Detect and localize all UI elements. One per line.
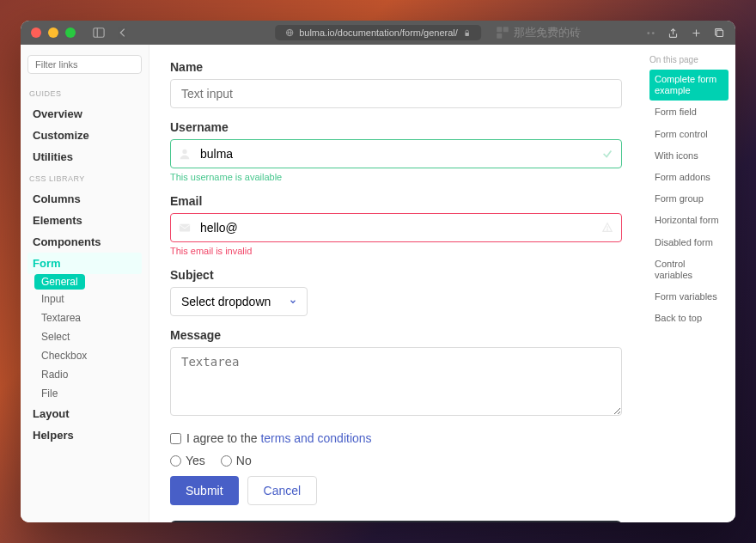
globe-icon bbox=[285, 28, 294, 37]
code-snippet: HTML 那些免费的砖 <div class="field"> <label c… bbox=[170, 521, 622, 522]
new-tab-icon[interactable] bbox=[691, 27, 702, 39]
url-text: bulma.io/documentation/form/general/ bbox=[299, 27, 458, 38]
username-input[interactable] bbox=[170, 139, 622, 168]
agree-label: I agree to the terms and conditions bbox=[186, 431, 372, 445]
reader-icon[interactable] bbox=[646, 28, 655, 38]
email-label: Email bbox=[170, 194, 622, 208]
svg-rect-15 bbox=[180, 224, 190, 232]
sidebar-item-elements[interactable]: Elements bbox=[27, 210, 142, 231]
lock-icon bbox=[463, 29, 471, 37]
sidebar-item-layout[interactable]: Layout bbox=[27, 403, 142, 424]
check-icon bbox=[601, 148, 613, 160]
svg-point-10 bbox=[652, 32, 655, 34]
email-input[interactable] bbox=[170, 213, 622, 242]
sidebar-sub-radio[interactable]: Radio bbox=[27, 365, 142, 384]
username-help: This username is available bbox=[170, 172, 622, 182]
svg-rect-8 bbox=[497, 34, 502, 39]
url-bar[interactable]: bulma.io/documentation/form/general/ bbox=[275, 25, 481, 40]
table-of-contents: On this page Complete form example Form … bbox=[643, 45, 735, 522]
toc-item-form-field[interactable]: Form field bbox=[649, 102, 729, 122]
svg-rect-6 bbox=[497, 27, 502, 32]
submit-button[interactable]: Submit bbox=[170, 476, 239, 505]
minimize-window-button[interactable] bbox=[48, 27, 58, 38]
svg-point-17 bbox=[607, 229, 608, 230]
svg-rect-13 bbox=[716, 30, 722, 36]
toc-heading: On this page bbox=[649, 55, 729, 64]
radio-no[interactable] bbox=[221, 455, 232, 467]
sidebar-sub-general[interactable]: General bbox=[34, 274, 85, 290]
svg-rect-7 bbox=[503, 27, 509, 32]
subject-label: Subject bbox=[170, 268, 622, 282]
message-textarea[interactable] bbox=[170, 347, 622, 416]
sidebar-sub-input[interactable]: Input bbox=[27, 290, 142, 308]
sidebar-item-columns[interactable]: Columns bbox=[27, 188, 142, 210]
sidebar-section-css: CSS LIBRARY bbox=[29, 174, 142, 183]
toc-item-form-addons[interactable]: Form addons bbox=[649, 168, 729, 187]
svg-rect-0 bbox=[94, 28, 104, 38]
titlebar: bulma.io/documentation/form/general/ 那些免… bbox=[21, 21, 735, 45]
sidebar-toggle-icon[interactable] bbox=[93, 27, 105, 39]
toc-item-control-variables[interactable]: Control variables bbox=[649, 254, 729, 285]
chevron-down-icon bbox=[289, 297, 297, 306]
svg-point-14 bbox=[182, 149, 186, 154]
main-content: Name Username This username is available… bbox=[149, 45, 643, 522]
username-label: Username bbox=[170, 120, 622, 134]
filter-links-input[interactable] bbox=[27, 55, 142, 74]
envelope-icon bbox=[179, 222, 191, 234]
maximize-window-button[interactable] bbox=[65, 27, 76, 38]
name-label: Name bbox=[170, 60, 622, 74]
subject-select[interactable]: Select dropdown bbox=[170, 287, 308, 316]
watermark-top: 那些免费的砖 bbox=[495, 25, 581, 40]
toc-item-horizontal-form[interactable]: Horizontal form bbox=[649, 210, 729, 230]
cancel-button[interactable]: Cancel bbox=[247, 476, 318, 505]
back-icon[interactable] bbox=[117, 27, 129, 39]
agree-checkbox[interactable] bbox=[170, 433, 181, 444]
sidebar-item-customize[interactable]: Customize bbox=[27, 125, 142, 146]
sidebar-item-helpers[interactable]: Helpers bbox=[27, 424, 142, 446]
toc-item-back-to-top[interactable]: Back to top bbox=[649, 308, 729, 328]
sidebar-item-components[interactable]: Components bbox=[27, 231, 142, 253]
message-label: Message bbox=[170, 328, 622, 342]
share-icon[interactable] bbox=[668, 27, 679, 39]
sidebar-item-overview[interactable]: Overview bbox=[27, 103, 142, 125]
user-icon bbox=[179, 148, 191, 160]
name-input[interactable] bbox=[170, 79, 622, 108]
radio-yes[interactable] bbox=[170, 455, 181, 467]
email-help: This email is invalid bbox=[170, 246, 622, 256]
warning-icon bbox=[601, 222, 613, 234]
toc-item-disabled-form[interactable]: Disabled form bbox=[649, 233, 729, 253]
sidebar-section-guides: GUIDES bbox=[29, 89, 142, 98]
tabs-icon[interactable] bbox=[714, 27, 725, 39]
terms-link[interactable]: terms and conditions bbox=[260, 431, 371, 445]
toc-item-form-variables[interactable]: Form variables bbox=[649, 287, 729, 307]
sidebar: GUIDES Overview Customize Utilities CSS … bbox=[21, 45, 149, 522]
toc-item-form-group[interactable]: Form group bbox=[649, 189, 729, 209]
svg-point-9 bbox=[647, 32, 649, 34]
toc-item-with-icons[interactable]: With icons bbox=[649, 146, 729, 166]
sidebar-item-form[interactable]: Form bbox=[27, 253, 142, 274]
close-window-button[interactable] bbox=[31, 27, 41, 38]
toc-item-complete-form[interactable]: Complete form example bbox=[649, 70, 729, 101]
sidebar-item-utilities[interactable]: Utilities bbox=[27, 146, 142, 168]
svg-rect-5 bbox=[465, 32, 469, 35]
sidebar-sub-file[interactable]: File bbox=[27, 384, 142, 403]
sidebar-sub-checkbox[interactable]: Checkbox bbox=[27, 346, 142, 365]
toc-item-form-control[interactable]: Form control bbox=[649, 125, 729, 144]
sidebar-sub-select[interactable]: Select bbox=[27, 327, 142, 346]
sidebar-sub-textarea[interactable]: Textarea bbox=[27, 308, 142, 327]
